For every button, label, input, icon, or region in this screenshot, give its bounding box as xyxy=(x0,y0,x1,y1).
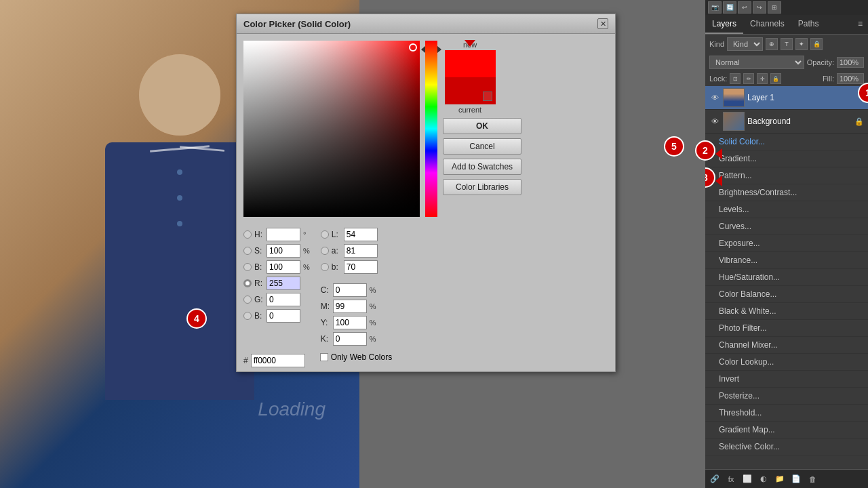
s-radio[interactable] xyxy=(243,247,252,255)
adj-menu-item[interactable]: Photo Filter... xyxy=(705,320,868,337)
tab-channels[interactable]: Channels xyxy=(743,15,791,34)
adj-menu-item[interactable]: Color Lookup... xyxy=(705,354,868,371)
delete-layer-icon[interactable]: 🗑 xyxy=(806,472,819,486)
annotation-5: 5 xyxy=(664,136,684,157)
lock-image-btn[interactable]: ✏ xyxy=(743,73,754,84)
s-input[interactable] xyxy=(267,244,300,258)
M-input-row: M: % xyxy=(321,300,378,313)
h-input[interactable] xyxy=(267,228,300,241)
adjustment-layer-icon[interactable]: ◐ xyxy=(757,472,770,486)
layer-mask-icon[interactable]: ⬜ xyxy=(741,472,754,486)
b-lab-input[interactable] xyxy=(344,260,378,274)
cancel-button[interactable]: Cancel xyxy=(443,138,521,155)
Y-label: Y: xyxy=(321,318,330,327)
current-color-swatch xyxy=(445,77,496,104)
adj-menu-item[interactable]: Posterize... xyxy=(705,388,868,405)
s-input-row: S: % xyxy=(243,244,310,258)
adj-menu-item[interactable]: Color Balance... xyxy=(705,286,868,303)
dialog-body: new current OK Cancel xyxy=(237,34,615,224)
r-input[interactable] xyxy=(267,277,300,290)
hsb-rgb-column: H: ° S: % B: % R: xyxy=(243,228,310,346)
lock-transparent-btn[interactable]: ⊡ xyxy=(730,73,741,84)
toolbar-icon-2[interactable]: 🔄 xyxy=(723,1,736,14)
L-input[interactable] xyxy=(344,228,378,241)
M-input[interactable] xyxy=(333,300,367,313)
color-spectrum-bar[interactable] xyxy=(425,41,437,217)
only-web-colors-checkbox[interactable] xyxy=(320,353,328,361)
b-input[interactable] xyxy=(267,260,300,274)
r-radio[interactable] xyxy=(243,279,252,287)
toolbar-icon-4[interactable]: ↪ xyxy=(753,1,766,14)
b2-input[interactable] xyxy=(267,309,300,323)
background-eye[interactable]: 👁 xyxy=(709,116,720,127)
g-input[interactable] xyxy=(267,293,300,306)
kind-icon-2[interactable]: T xyxy=(781,38,793,50)
opacity-input[interactable] xyxy=(837,57,864,68)
kind-icon-1[interactable]: ⊕ xyxy=(766,38,778,50)
adj-menu-item[interactable]: Invert xyxy=(705,371,868,388)
toolbar-icon-5[interactable]: ⊞ xyxy=(768,1,781,14)
new-color-swatch xyxy=(445,50,496,77)
adj-menu-item[interactable]: Pattern... xyxy=(705,167,868,184)
b-lab-radio[interactable] xyxy=(321,263,329,271)
adj-menu-item[interactable]: Threshold... xyxy=(705,405,868,422)
Y-unit: % xyxy=(370,319,376,327)
C-input-row: C: % xyxy=(321,283,378,297)
color-inputs-section: H: ° S: % B: % R: xyxy=(237,224,615,352)
color-gradient-picker[interactable] xyxy=(243,41,420,217)
adj-menu-item[interactable]: Vibrance... xyxy=(705,252,868,269)
kind-icon-4[interactable]: 🔒 xyxy=(810,38,823,50)
ok-button[interactable]: OK xyxy=(443,118,521,134)
small-color-square xyxy=(483,92,492,101)
adj-menu-item[interactable]: Gradient Map... xyxy=(705,422,868,439)
new-group-icon[interactable]: 📁 xyxy=(773,472,787,486)
adj-menu-item[interactable]: Curves... xyxy=(705,218,868,235)
Y-input[interactable] xyxy=(333,316,367,329)
b-radio[interactable] xyxy=(243,263,252,271)
person-head xyxy=(139,54,220,136)
layers-panel: Layers Channels Paths ≡ Kind Kind ⊕ T ✦ … xyxy=(705,15,868,134)
lock-all-btn[interactable]: 🔒 xyxy=(770,73,781,84)
C-input[interactable] xyxy=(333,283,367,297)
layer-item-layer1[interactable]: 👁 Layer 1 xyxy=(705,86,868,110)
blend-mode-dropdown[interactable]: Normal xyxy=(709,56,804,69)
h-radio[interactable] xyxy=(243,230,252,239)
toolbar-icon-1[interactable]: 📷 xyxy=(708,1,722,14)
L-radio[interactable] xyxy=(321,230,329,239)
spectrum-bar-container xyxy=(425,41,437,217)
adj-menu-item[interactable]: Brightness/Contrast... xyxy=(705,184,868,201)
K-input[interactable] xyxy=(333,332,367,346)
adj-menu-item[interactable]: Solid Color... xyxy=(705,134,868,150)
color-libraries-button[interactable]: Color Libraries xyxy=(443,179,521,195)
kind-icon-3[interactable]: ✦ xyxy=(795,38,808,50)
a-radio[interactable] xyxy=(321,247,329,255)
g-radio[interactable] xyxy=(243,296,252,304)
a-input-row: a: xyxy=(321,244,378,258)
adj-menu-item[interactable]: Hue/Saturation... xyxy=(705,269,868,286)
new-layer-icon[interactable]: 📄 xyxy=(789,472,803,486)
adj-menu-item[interactable]: Exposure... xyxy=(705,235,868,252)
panel-options-menu[interactable]: ≡ xyxy=(852,15,868,34)
b2-radio[interactable] xyxy=(243,312,252,320)
layer-style-icon[interactable]: fx xyxy=(724,472,738,486)
link-layers-icon[interactable]: 🔗 xyxy=(708,472,722,486)
a-input[interactable] xyxy=(344,244,378,258)
lock-position-btn[interactable]: ✛ xyxy=(757,73,768,84)
canvas-area: Loading 4 Color Picker (Solid Color) ✕ xyxy=(0,0,705,488)
tab-layers[interactable]: Layers xyxy=(705,15,743,34)
dialog-close-button[interactable]: ✕ xyxy=(597,18,608,29)
layer-item-background[interactable]: 👁 Background 🔒 xyxy=(705,110,868,134)
toolbar-icon-3[interactable]: ↩ xyxy=(738,1,751,14)
adj-menu-item[interactable]: Gradient... xyxy=(705,150,868,167)
adj-menu-item[interactable]: Black & White... xyxy=(705,303,868,320)
adj-menu-item[interactable]: Selective Color... xyxy=(705,439,868,455)
hex-input[interactable] xyxy=(251,354,305,367)
adj-menu-item[interactable]: Channel Mixer... xyxy=(705,337,868,354)
tab-paths[interactable]: Paths xyxy=(791,15,826,34)
add-to-swatches-button[interactable]: Add to Swatches xyxy=(443,159,521,175)
r-input-row: R: xyxy=(243,277,310,290)
fill-input[interactable] xyxy=(837,73,864,84)
adj-menu-item[interactable]: Levels... xyxy=(705,201,868,218)
kind-dropdown[interactable]: Kind xyxy=(727,37,763,51)
layer1-eye[interactable]: 👁 xyxy=(709,92,720,103)
